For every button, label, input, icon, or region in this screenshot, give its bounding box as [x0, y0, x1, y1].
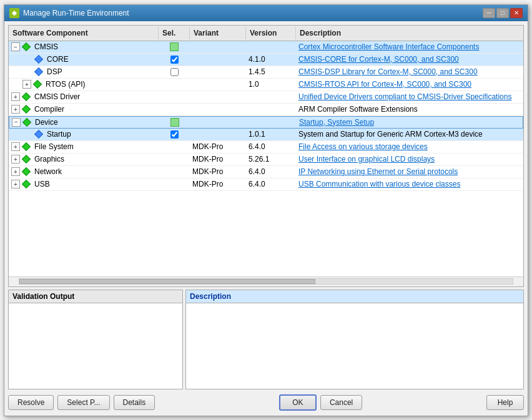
description-cell[interactable]: User Interface on graphical LCD displays [296, 154, 523, 165]
title-bar-left: ◆ Manage Run-Time Environment [9, 8, 129, 18]
version-cell: 1.0.1 [246, 129, 296, 140]
expand-button[interactable]: + [11, 142, 20, 151]
variant-cell: MDK-Pro [190, 141, 246, 152]
variant-cell [190, 108, 246, 110]
component-name: CMSIS [34, 42, 58, 51]
version-cell [247, 121, 297, 124]
component-table: Software Component Sel. Variant Version … [8, 25, 524, 287]
description-body [186, 303, 523, 389]
table-row[interactable]: +CMSIS DriverUnified Device Drivers comp… [9, 91, 523, 104]
sel-cell [159, 170, 190, 173]
description-link[interactable]: User Interface on graphical LCD displays [298, 155, 435, 164]
checkbox-checked[interactable] [170, 130, 179, 139]
expand-button[interactable]: + [11, 92, 20, 101]
col-header-name: Software Component [9, 27, 159, 39]
select-p-button[interactable]: Select P... [57, 395, 109, 410]
table-row[interactable]: Startup1.0.1System and Startup for Gener… [9, 129, 523, 141]
description-cell[interactable]: Unified Device Drivers compliant to CMSI… [296, 91, 523, 102]
version-cell: 6.4.0 [246, 141, 296, 152]
expand-button[interactable]: − [12, 118, 21, 127]
description-header: Description [186, 290, 523, 303]
variant-cell [190, 46, 246, 48]
diamond-blue-icon [34, 67, 43, 76]
description-cell[interactable]: CMSIS-RTOS API for Cortex-M, SC000, and … [296, 79, 523, 90]
description-link[interactable]: File Access on various storage devices [298, 142, 428, 151]
main-content: Software Component Sel. Variant Version … [4, 21, 528, 416]
description-link[interactable]: IP Networking using Ethernet or Serial p… [298, 167, 458, 176]
expand-button[interactable]: + [11, 155, 20, 164]
col-header-version: Version [246, 27, 296, 39]
scroll-thumb[interactable] [19, 279, 315, 284]
diamond-green-icon [22, 118, 31, 127]
table-row[interactable]: +NetworkMDK-Pro6.4.0IP Networking using … [9, 166, 523, 178]
maximize-button[interactable]: □ [496, 8, 509, 18]
component-name: Network [34, 167, 62, 176]
description-cell[interactable]: USB Communication with various device cl… [296, 178, 523, 190]
main-window: ◆ Manage Run-Time Environment ─ □ ✕ Soft… [4, 4, 528, 416]
horizontal-scrollbar[interactable] [9, 276, 523, 286]
resolve-button[interactable]: Resolve [8, 395, 54, 410]
expand-button[interactable]: − [11, 42, 20, 51]
description-cell[interactable]: CMSIS-DSP Library for Cortex-M, SC000, a… [296, 66, 523, 77]
description-cell[interactable]: File Access on various storage devices [296, 141, 523, 152]
details-button[interactable]: Details [114, 395, 155, 410]
description-link[interactable]: CMSIS-DSP Library for Cortex-M, SC000, a… [298, 67, 478, 76]
table-body: −CMSISCortex Microcontroller Software In… [9, 41, 523, 276]
component-name: CMSIS Driver [34, 92, 80, 101]
close-button[interactable]: ✕ [510, 8, 523, 18]
table-row[interactable]: +GraphicsMDK-Pro5.26.1User Interface on … [9, 154, 523, 166]
table-row[interactable]: +RTOS (API)1.0CMSIS-RTOS API for Cortex-… [9, 79, 523, 91]
table-row[interactable]: +File SystemMDK-Pro6.4.0File Access on v… [9, 141, 523, 154]
sel-cell [159, 129, 190, 140]
sel-cell [159, 145, 190, 148]
version-cell [246, 46, 296, 48]
component-name: Compiler [34, 105, 64, 114]
version-cell: 4.1.0 [246, 54, 296, 65]
title-bar: ◆ Manage Run-Time Environment ─ □ ✕ [4, 5, 528, 21]
component-name: USB [34, 180, 50, 188]
validation-header: Validation Output [9, 290, 182, 303]
bottom-panels: Validation Output Description [8, 290, 524, 389]
component-name: Startup [47, 130, 71, 139]
help-button[interactable]: Help [486, 395, 524, 410]
description-link[interactable]: Unified Device Drivers compliant to CMSI… [298, 92, 511, 101]
expand-button[interactable]: + [11, 180, 20, 188]
description-cell[interactable]: Cortex Microcontroller Software Interfac… [296, 41, 523, 52]
table-row[interactable]: +CompilerARM Compiler Software Extension… [9, 104, 523, 116]
sel-cell [159, 41, 190, 52]
cancel-button[interactable]: Cancel [320, 395, 362, 410]
description-link[interactable]: Startup, System Setup [299, 118, 374, 127]
description-cell[interactable]: IP Networking using Ethernet or Serial p… [296, 166, 523, 177]
table-row[interactable]: −CMSISCortex Microcontroller Software In… [9, 41, 523, 54]
table-row[interactable]: +USBMDK-Pro6.4.0USB Communication with v… [9, 178, 523, 191]
checkbox-checked[interactable] [170, 56, 179, 64]
expand-button[interactable]: + [11, 105, 20, 114]
ok-button[interactable]: OK [279, 394, 317, 411]
scroll-track[interactable] [19, 278, 513, 285]
checkbox-unchecked[interactable] [170, 68, 179, 76]
version-cell: 1.0 [246, 79, 296, 90]
component-name: Device [35, 118, 58, 127]
description-cell[interactable]: Startup, System Setup [297, 117, 523, 128]
description-link[interactable]: CMSIS-RTOS API for Cortex-M, SC000, and … [298, 80, 471, 89]
variant-cell: MDK-Pro [190, 154, 246, 165]
variant-cell [190, 121, 247, 124]
table-row[interactable]: CORE4.1.0CMSIS-CORE for Cortex-M, SC000,… [9, 54, 523, 66]
minimize-button[interactable]: ─ [483, 8, 495, 18]
description-cell: System and Startup for Generic ARM Corte… [296, 129, 523, 140]
expand-button[interactable]: + [22, 80, 31, 89]
description-cell[interactable]: CMSIS-CORE for Cortex-M, SC000, and SC30… [296, 54, 523, 65]
description-link[interactable]: CMSIS-CORE for Cortex-M, SC000, and SC30… [298, 55, 459, 64]
variant-cell [190, 58, 246, 61]
description-link[interactable]: USB Communication with various device cl… [298, 180, 460, 188]
diamond-green-icon [22, 105, 31, 114]
validation-body [9, 303, 182, 389]
description-link[interactable]: Cortex Microcontroller Software Interfac… [298, 42, 479, 51]
table-row[interactable]: DSP1.4.5CMSIS-DSP Library for Cortex-M, … [9, 66, 523, 79]
expand-button[interactable]: + [11, 167, 20, 176]
diamond-green-icon [22, 92, 31, 101]
sel-cell [159, 54, 190, 65]
component-name: DSP [47, 67, 62, 76]
table-header: Software Component Sel. Variant Version … [9, 26, 523, 41]
table-row[interactable]: −DeviceStartup, System Setup [9, 116, 523, 129]
